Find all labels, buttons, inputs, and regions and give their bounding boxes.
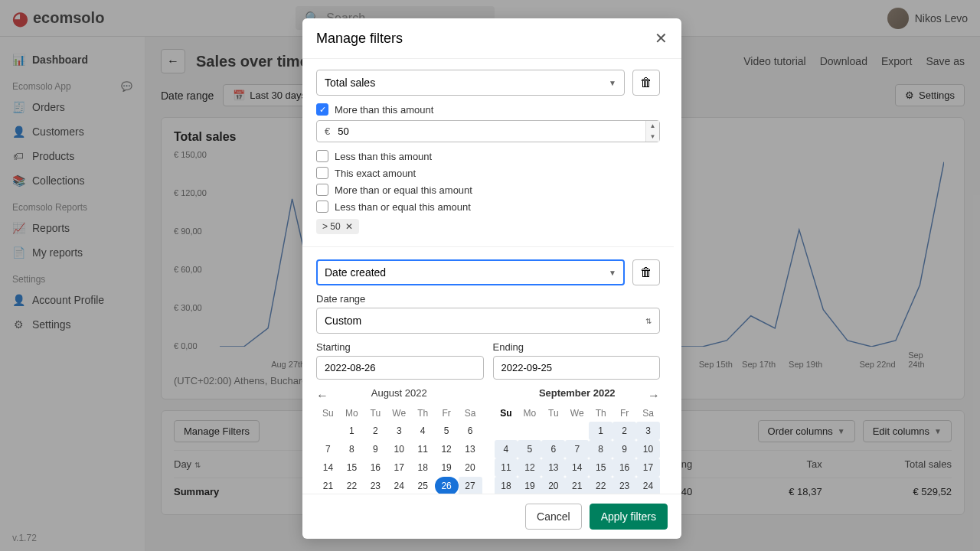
calendar-dow: Tu [541, 405, 565, 422]
calendar-day[interactable]: 8 [340, 440, 364, 458]
checkbox-label: This exact amount [335, 168, 416, 179]
calendar-day[interactable]: 5 [435, 422, 459, 440]
calendar-day[interactable]: 3 [387, 422, 411, 440]
calendar-day[interactable]: 11 [495, 458, 518, 477]
chevron-down-icon: ▼ [609, 269, 616, 277]
calendar-dow: Fr [435, 405, 459, 422]
ending-input[interactable]: 2022-09-25 [493, 356, 661, 380]
calendar-day[interactable]: 2 [612, 422, 636, 440]
calendar-day[interactable]: 17 [636, 458, 660, 477]
calendar-day[interactable]: 20 [459, 458, 482, 477]
starting-input[interactable]: 2022-08-26 [316, 356, 484, 380]
calendar-day[interactable]: 21 [316, 477, 340, 494]
date-range-select-value: Custom [325, 315, 361, 327]
calendar-dow: Mo [518, 405, 541, 422]
calendar-day[interactable]: 14 [565, 458, 589, 477]
amount-input[interactable]: € 50 ▲▼ [316, 120, 660, 142]
calendar-day[interactable]: 17 [387, 458, 411, 477]
ending-label: Ending [493, 341, 661, 353]
checkbox-label: More than or equal this amount [335, 184, 472, 196]
calendar-dow: Fr [612, 405, 636, 422]
calendar-dow: Sa [636, 405, 660, 422]
checkbox-icon [316, 201, 328, 213]
calendar-day[interactable]: 15 [589, 458, 612, 477]
step-up-icon[interactable]: ▲ [646, 121, 659, 132]
calendar-day[interactable]: 13 [459, 440, 482, 458]
modal-title: Manage filters [316, 31, 403, 47]
calendar-dow: Sa [459, 405, 482, 422]
calendar-day[interactable]: 24 [387, 477, 411, 494]
next-month-button[interactable]: → [648, 389, 660, 403]
amount-value: 50 [338, 121, 645, 142]
calendar-day[interactable]: 19 [435, 458, 459, 477]
calendar-day[interactable]: 18 [495, 477, 518, 494]
cancel-button[interactable]: Cancel [525, 504, 582, 530]
calendar-day[interactable]: 16 [612, 458, 636, 477]
checkbox-label: More than this amount [335, 104, 433, 116]
calendar-day[interactable]: 27 [459, 477, 482, 494]
filter-field-select[interactable]: Total sales ▼ [316, 70, 625, 96]
calendar-day[interactable]: 10 [636, 440, 660, 458]
calendar-day[interactable]: 23 [612, 477, 636, 494]
calendar-day[interactable]: 21 [565, 477, 589, 494]
filter-field-select[interactable]: Date created ▼ [316, 259, 625, 285]
calendar-day[interactable]: 1 [589, 422, 612, 440]
calendar-day[interactable]: 23 [364, 477, 387, 494]
calendar-day[interactable]: 4 [411, 422, 435, 440]
trash-icon: 🗑 [640, 266, 652, 279]
calendar-day[interactable]: 4 [495, 440, 518, 458]
checkbox-icon [316, 184, 328, 196]
calendar-day[interactable]: 2 [364, 422, 387, 440]
calendar-day[interactable]: 25 [411, 477, 435, 494]
calendar-day[interactable]: 22 [589, 477, 612, 494]
calendar-day[interactable]: 26 [435, 477, 459, 494]
calendar-day[interactable]: 14 [316, 458, 340, 477]
calendar-day[interactable]: 5 [518, 440, 541, 458]
filter-field-value: Date created [325, 266, 386, 279]
calendar-day[interactable]: 24 [636, 477, 660, 494]
calendar-day[interactable]: 13 [541, 458, 565, 477]
more-than-checkbox[interactable]: ✓ More than this amount [316, 103, 660, 116]
calendar-day[interactable]: 6 [459, 422, 482, 440]
filter-field-value: Total sales [325, 77, 375, 89]
calendar-day[interactable]: 1 [340, 422, 364, 440]
calendar-day[interactable]: 8 [589, 440, 612, 458]
prev-month-button[interactable]: ← [316, 389, 328, 403]
calendar-day[interactable]: 3 [636, 422, 660, 440]
calendar-day[interactable]: 10 [387, 440, 411, 458]
less-than-checkbox[interactable]: Less than this amount [316, 150, 660, 162]
calendar-dow: Th [411, 405, 435, 422]
date-range-field-label: Date range [316, 293, 660, 305]
calendar-day[interactable]: 15 [340, 458, 364, 477]
calendar-day[interactable]: 16 [364, 458, 387, 477]
calendar-day[interactable]: 19 [518, 477, 541, 494]
calendar-month-title: August 2022 [316, 387, 482, 399]
calendar-day[interactable]: 18 [411, 458, 435, 477]
calendar-day[interactable]: 11 [411, 440, 435, 458]
calendar-dow: Mo [340, 405, 364, 422]
calendar-day[interactable]: 6 [541, 440, 565, 458]
close-icon[interactable]: ✕ [345, 221, 353, 232]
calendar-day[interactable]: 20 [541, 477, 565, 494]
calendar-day[interactable]: 12 [435, 440, 459, 458]
calendar-day[interactable]: 7 [565, 440, 589, 458]
calendar-day[interactable]: 12 [518, 458, 541, 477]
lte-checkbox[interactable]: Less than or equal this amount [316, 201, 660, 213]
calendar-day[interactable]: 9 [364, 440, 387, 458]
apply-filters-button[interactable]: Apply filters [590, 504, 668, 530]
chevron-down-icon: ▼ [609, 79, 616, 87]
checkbox-icon [316, 150, 328, 162]
calendar-day[interactable]: 7 [316, 440, 340, 458]
calendar-day[interactable]: 9 [612, 440, 636, 458]
trash-icon: 🗑 [640, 76, 652, 90]
filter-tag[interactable]: > 50✕ [316, 219, 359, 234]
step-down-icon[interactable]: ▼ [646, 132, 659, 142]
delete-filter-button[interactable]: 🗑 [632, 70, 660, 96]
gte-checkbox[interactable]: More than or equal this amount [316, 184, 660, 196]
date-range-select[interactable]: Custom ⇅ [316, 308, 660, 334]
delete-filter-button[interactable]: 🗑 [632, 259, 660, 285]
close-icon[interactable]: ✕ [655, 29, 668, 47]
exact-checkbox[interactable]: This exact amount [316, 167, 660, 179]
calendar-day[interactable]: 22 [340, 477, 364, 494]
select-icon: ⇅ [645, 317, 652, 325]
